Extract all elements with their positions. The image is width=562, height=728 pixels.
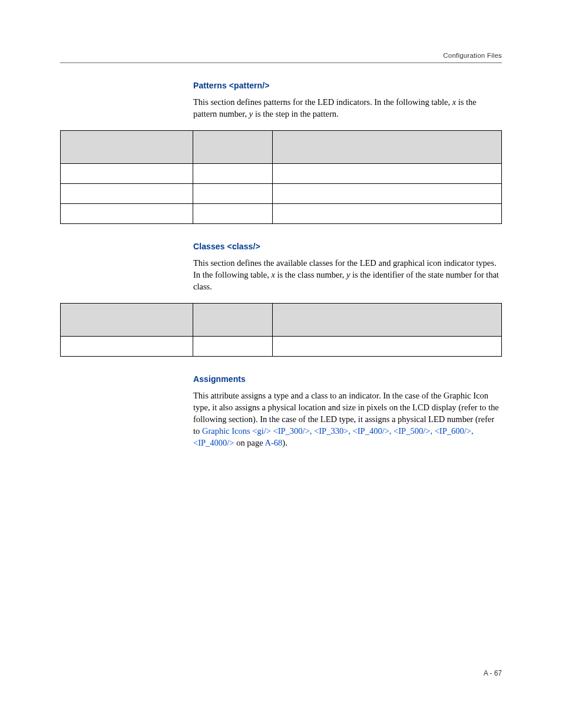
table-cell <box>272 164 502 184</box>
running-head: Configuration Files <box>60 52 502 59</box>
table-header-cell <box>272 304 502 337</box>
table-row <box>61 184 502 204</box>
table-classes <box>60 303 502 357</box>
table-cell <box>193 164 272 184</box>
para-classes: This section defines the available class… <box>193 257 502 292</box>
text: is the class number, <box>275 270 346 279</box>
heading-classes: Classes <class/> <box>193 242 502 251</box>
table-cell <box>61 184 193 204</box>
table-cell <box>193 204 272 224</box>
table-cell <box>193 184 272 204</box>
table-row <box>61 304 502 337</box>
page-number: A - 67 <box>484 669 502 677</box>
table-cell <box>272 337 502 357</box>
table-patterns <box>60 130 502 224</box>
text: is the step in the pattern. <box>253 109 338 118</box>
table-header-cell <box>272 131 502 164</box>
para-patterns: This section defines patterns for the LE… <box>193 96 502 120</box>
text: on page <box>234 438 265 447</box>
table-row <box>61 204 502 224</box>
table-cell <box>61 204 193 224</box>
table-cell <box>61 337 193 357</box>
table-header-cell <box>61 304 193 337</box>
table-cell <box>272 184 502 204</box>
table-cell <box>272 204 502 224</box>
heading-patterns: Patterns <pattern/> <box>193 81 502 90</box>
table-cell <box>61 164 193 184</box>
heading-assignments: Assignments <box>193 374 502 384</box>
table-cell <box>193 337 272 357</box>
table-header-cell <box>61 131 193 164</box>
table-row <box>61 337 502 357</box>
header-rule <box>60 62 502 63</box>
table-header-cell <box>193 131 272 164</box>
para-assignments: This attribute assigns a type and a clas… <box>193 390 502 449</box>
text: ). <box>282 438 287 447</box>
table-row <box>61 131 502 164</box>
table-row <box>61 164 502 184</box>
text: This section defines patterns for the LE… <box>193 97 452 107</box>
table-header-cell <box>193 304 272 337</box>
page-ref-link[interactable]: A-68 <box>265 438 282 447</box>
